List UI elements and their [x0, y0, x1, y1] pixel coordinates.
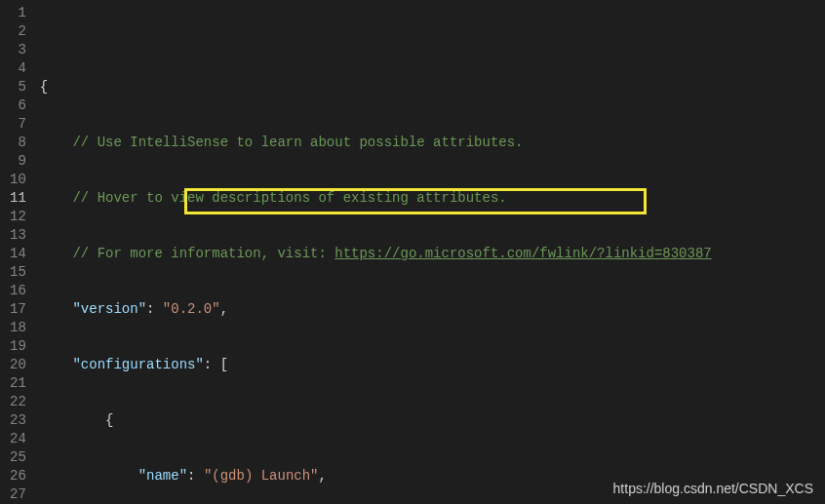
line-no: 2: [10, 22, 26, 41]
line-no: 19: [10, 337, 26, 356]
code-editor[interactable]: 1 2 3 4 5 6 7 8 9 10 11 12 13 14 15 16 1…: [0, 0, 825, 504]
json-key: "version": [72, 301, 146, 317]
line-no: 16: [10, 282, 26, 300]
json-string: "0.2.0": [163, 301, 220, 317]
line-no: 23: [10, 411, 26, 430]
json-key: "name": [138, 468, 187, 484]
line-no: 5: [10, 78, 26, 97]
line-no: 1: [10, 4, 26, 22]
json-string: "(gdb) Launch": [204, 468, 319, 484]
line-no: 17: [10, 300, 26, 319]
line-no: 18: [10, 319, 26, 337]
code-line[interactable]: {: [40, 411, 825, 430]
json-key: "configurations": [72, 357, 203, 372]
line-number-gutter: 1 2 3 4 5 6 7 8 9 10 11 12 13 14 15 16 1…: [0, 0, 40, 504]
code-area[interactable]: { // Use IntelliSense to learn about pos…: [40, 0, 825, 504]
comment-link[interactable]: https://go.microsoft.com/fwlink/?linkid=…: [334, 246, 711, 261]
line-no: 20: [10, 356, 26, 374]
line-no: 22: [10, 393, 26, 411]
line-no: 14: [10, 245, 26, 263]
line-no: 27: [10, 485, 26, 504]
line-no: 3: [10, 41, 26, 59]
line-no: 13: [10, 226, 26, 245]
line-no: 15: [10, 263, 26, 282]
code-line[interactable]: "configurations": [: [40, 356, 825, 374]
code-line[interactable]: "version": "0.2.0",: [40, 300, 825, 319]
line-no: 9: [10, 152, 26, 171]
code-line[interactable]: // Use IntelliSense to learn about possi…: [40, 134, 825, 152]
line-no: 21: [10, 374, 26, 393]
code-line[interactable]: // For more information, visit: https://…: [40, 245, 825, 263]
comment-text: // For more information, visit:: [72, 246, 334, 261]
comment-text: // Use IntelliSense to learn about possi…: [72, 135, 523, 150]
line-no: 12: [10, 208, 26, 226]
line-no: 7: [10, 115, 26, 134]
line-no: 4: [10, 59, 26, 78]
line-no: 10: [10, 171, 26, 189]
line-no: 11: [10, 189, 26, 208]
line-no: 6: [10, 97, 26, 115]
line-no: 25: [10, 448, 26, 467]
comment-text: // Hover to view descriptions of existin…: [72, 190, 506, 206]
code-line[interactable]: {: [40, 78, 825, 97]
line-no: 8: [10, 134, 26, 152]
line-no: 26: [10, 467, 26, 485]
watermark-text: https://blog.csdn.net/CSDN_XCS: [613, 481, 813, 496]
line-no: 24: [10, 430, 26, 448]
code-line[interactable]: // Hover to view descriptions of existin…: [40, 189, 825, 208]
